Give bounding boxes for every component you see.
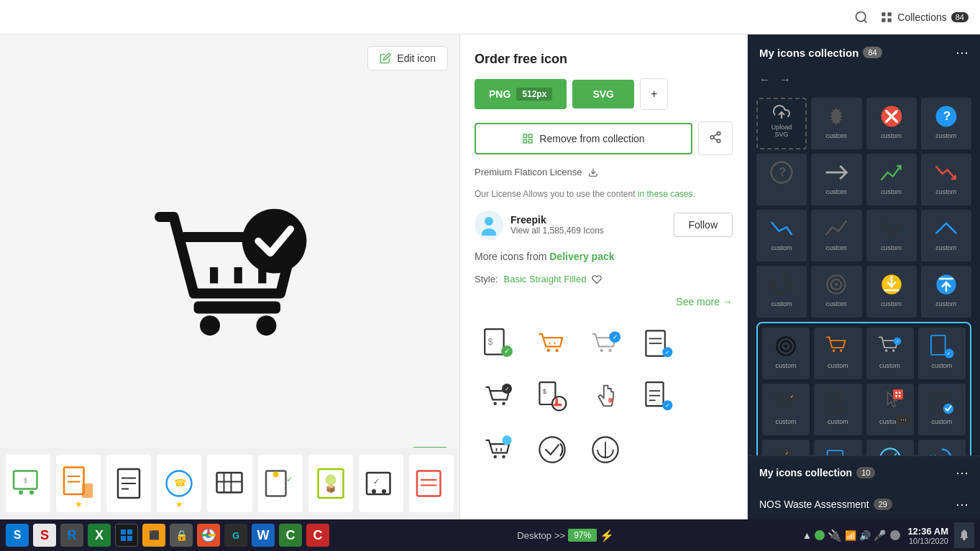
share-button[interactable] — [698, 121, 733, 155]
related-icon-4[interactable]: ✓ — [634, 319, 683, 368]
taskbar-lock[interactable]: 🔒 — [170, 524, 193, 547]
second-collection-menu-button[interactable]: ⋯ — [956, 465, 968, 481]
grid-icon-doc-check[interactable]: custom — [918, 384, 966, 435]
related-icon-6[interactable]: $ — [528, 372, 577, 421]
taskbar-skype[interactable]: S — [6, 524, 29, 547]
svg-point-156 — [880, 448, 899, 455]
style-link[interactable]: Basic Straight Filled — [504, 274, 587, 284]
grid-icon-cart4[interactable]: ✓ custom — [762, 440, 810, 455]
grid-icon-invoice[interactable]: $ custom — [814, 384, 861, 435]
related-icon-9[interactable] — [475, 425, 523, 474]
icon-thumb-2[interactable]: ★ — [56, 455, 101, 512]
icon-thumb-4[interactable]: ☎ ★ — [157, 455, 201, 512]
grid-icon-up-arrow[interactable]: custom — [921, 210, 971, 261]
svg-text:✓: ✓ — [505, 386, 510, 392]
grid-icon-arrow-right[interactable]: custom — [811, 154, 861, 205]
taskbar-windows[interactable] — [115, 524, 138, 547]
grid-icon-trending-up[interactable]: custom — [866, 154, 917, 205]
icon-thumb-1[interactable]: $ — [6, 455, 50, 512]
taskbar-word[interactable]: W — [252, 524, 275, 547]
taskbar-citrix[interactable]: C — [279, 524, 302, 547]
highlighted-icon-group: custom custom ✓ custom — [756, 322, 971, 455]
grid-icon-x[interactable]: custom — [866, 98, 917, 149]
grid-icon-refresh[interactable]: custom — [756, 266, 807, 318]
grid-icon-down-arrow2[interactable]: custom — [866, 210, 917, 261]
taskbar-chrome[interactable] — [197, 524, 220, 547]
svg-download-button[interactable]: SVG — [572, 80, 634, 108]
icon-thumb-8[interactable]: ✓ — [359, 455, 403, 512]
plug-icon: 🔌 — [828, 529, 842, 542]
highlighted-row-3: ✓ custom ✓ custom custom — [762, 440, 966, 455]
icon-thumb-3[interactable] — [106, 455, 151, 512]
taskbar-word-s[interactable]: S — [33, 524, 56, 547]
svg-text:✓: ✓ — [609, 399, 612, 402]
grid-icon-cart-check2[interactable]: ✓ custom — [918, 328, 966, 379]
grid-icon-target[interactable]: custom — [811, 266, 861, 318]
grid-icon-gear-label: custom — [826, 132, 847, 139]
svg-text:✓: ✓ — [790, 394, 794, 399]
svg-rect-46 — [523, 134, 527, 138]
grid-icon-download2[interactable]: custom — [866, 266, 917, 318]
follow-button[interactable]: Follow — [674, 213, 733, 237]
grid-icon-trending-down[interactable]: custom — [921, 154, 971, 205]
related-icon-11[interactable] — [581, 425, 630, 474]
grid-row-4: custom custom custom — [756, 266, 971, 318]
grid-icon-target2[interactable]: custom — [762, 328, 810, 379]
remove-from-collection-button[interactable]: Remove from collection — [475, 123, 692, 154]
grid-icon-line-up2[interactable]: custom — [811, 210, 861, 261]
grid-icon-upload2[interactable]: custom — [921, 266, 971, 318]
svg-rect-3 — [888, 12, 892, 16]
license-link[interactable]: in these cases — [638, 189, 693, 199]
notification-panel-button[interactable] — [954, 522, 974, 548]
grid-icon-box-check[interactable]: ✓ custom — [814, 440, 861, 455]
grid-icon-cart-check3[interactable]: ✓ custom — [762, 384, 810, 435]
icon-thumb-6[interactable]: ✓ — [258, 455, 303, 512]
see-more-row[interactable]: See more → — [475, 296, 733, 307]
related-icon-8[interactable]: ✓ — [634, 372, 683, 421]
png-download-button[interactable]: PNG 512px — [475, 79, 567, 109]
taskbar-corel[interactable]: G — [224, 524, 247, 547]
grid-icon-analytics[interactable]: custom — [866, 440, 914, 455]
grid-icon-cursor[interactable]: ⋯ custom — [866, 384, 914, 435]
icon-thumb-5[interactable] — [207, 455, 252, 512]
taskbar-app-r[interactable]: R — [60, 524, 83, 547]
related-icon-7[interactable]: ✓ — [581, 372, 630, 421]
icon-info-panel: Order free icon PNG 512px SVG + Remove f… — [460, 34, 748, 519]
grid-icon-gear[interactable]: custom — [811, 98, 861, 149]
taskbar-powerbi[interactable]: ⬛ — [142, 524, 165, 547]
taskbar-expand[interactable]: >> — [554, 530, 565, 541]
grid-icon-refresh2[interactable]: custom — [918, 440, 966, 455]
grid-icon-cart-orange[interactable]: custom — [814, 328, 861, 379]
taskbar-camtasia[interactable]: C — [306, 524, 329, 547]
svg-rect-128 — [931, 335, 945, 355]
grid-icon-question[interactable]: ? custom — [921, 98, 971, 149]
nav-forward-button[interactable]: → — [779, 73, 791, 86]
collections-button[interactable]: Collections 84 — [880, 11, 968, 24]
sidebar-menu-button[interactable]: ⋯ — [956, 45, 968, 60]
related-icon-1[interactable]: $✓ — [475, 319, 523, 368]
delivery-pack-link[interactable]: Delivery pack — [549, 251, 614, 262]
svg-rect-47 — [529, 134, 533, 138]
grid-icon-question2[interactable]: ? — [756, 154, 807, 205]
edit-icon-button[interactable]: Edit icon — [367, 46, 448, 70]
grid-icon-cart-gray[interactable]: ✓ custom — [866, 328, 914, 379]
taskbar-excel[interactable]: X — [88, 524, 111, 547]
more-options-button[interactable]: + — [640, 78, 668, 110]
upload-svg-button[interactable]: UploadSVG — [756, 98, 807, 149]
related-icon-5[interactable]: ✓ — [475, 372, 523, 421]
nav-back-button[interactable]: ← — [759, 73, 771, 86]
icon-thumb-9[interactable] — [409, 455, 454, 512]
svg-rect-152 — [828, 450, 843, 455]
related-icon-3[interactable]: ✓ — [581, 319, 630, 368]
svg-text:✓: ✓ — [285, 475, 292, 483]
related-icon-2[interactable] — [528, 319, 577, 368]
svg-point-7 — [200, 315, 220, 335]
premium-badge-1: ★ — [75, 499, 83, 509]
icon-thumb-7[interactable]: 📦 — [308, 455, 353, 512]
svg-point-0 — [856, 11, 866, 21]
svg-line-53 — [713, 138, 717, 140]
nos-menu-button[interactable]: ⋯ — [956, 496, 968, 512]
grid-icon-line-down[interactable]: custom — [756, 210, 807, 261]
search-button[interactable] — [854, 10, 869, 24]
related-icon-10[interactable] — [528, 425, 577, 474]
